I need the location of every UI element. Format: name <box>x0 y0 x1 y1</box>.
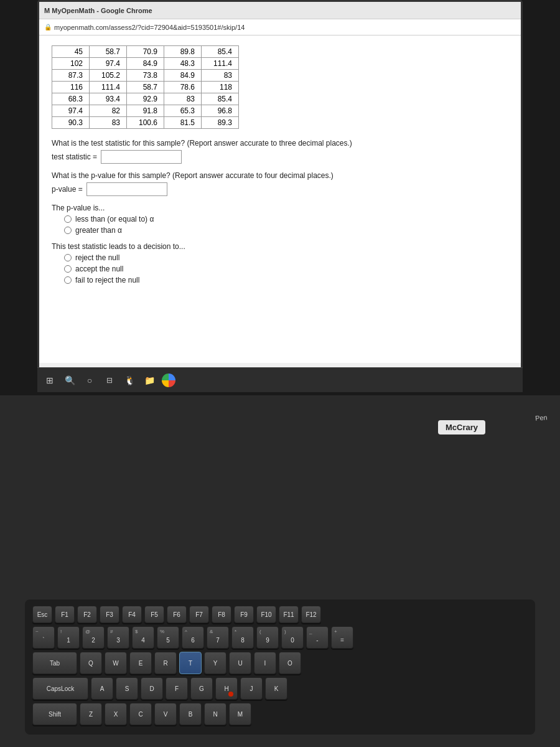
key-u[interactable]: U <box>229 652 251 674</box>
key-w[interactable]: W <box>105 652 127 674</box>
q4-option-3[interactable]: fail to reject the null <box>64 276 508 284</box>
key-4[interactable]: $4 <box>132 626 154 649</box>
key-z[interactable]: Z <box>80 703 102 725</box>
key-a[interactable]: A <box>91 677 113 700</box>
key-h[interactable]: H <box>215 677 238 700</box>
key-f1[interactable]: F1 <box>55 606 75 623</box>
key-n[interactable]: N <box>204 703 226 725</box>
task-view-icon[interactable]: ○ <box>82 373 97 388</box>
key-f7[interactable]: F7 <box>189 606 209 623</box>
key-2[interactable]: @2 <box>82 626 105 649</box>
key-g[interactable]: G <box>190 677 213 700</box>
key-0[interactable]: )0 <box>281 626 304 649</box>
q4-label: This test statistic leads to a decision … <box>52 242 508 251</box>
q3-option-2-label: greater than α <box>75 226 122 235</box>
key-v[interactable]: V <box>154 703 177 725</box>
key-capslock[interactable]: CapsLock <box>32 677 88 700</box>
qwerty-key-row: Tab Q W E R T Y U I O <box>32 652 528 674</box>
table-cell: 85.4 <box>202 93 239 105</box>
q4-radio-3[interactable] <box>64 276 72 284</box>
mccrary-badge: McCrary <box>438 420 485 435</box>
chrome-icon[interactable] <box>162 374 175 387</box>
key-equals[interactable]: += <box>331 626 353 649</box>
key-3[interactable]: #3 <box>107 626 129 649</box>
key-f12[interactable]: F12 <box>301 606 321 623</box>
table-cell: 84.9 <box>164 70 202 82</box>
key-i[interactable]: I <box>254 652 276 674</box>
key-5[interactable]: %5 <box>157 626 179 649</box>
folder-icon[interactable]: 📁 <box>142 373 157 388</box>
key-tab[interactable]: Tab <box>32 652 77 674</box>
key-f6[interactable]: F6 <box>167 606 187 623</box>
desktop-icon[interactable]: ⊟ <box>102 373 117 388</box>
key-f10[interactable]: F10 <box>256 606 276 623</box>
table-cell: 58.7 <box>90 46 127 58</box>
q3-option-2[interactable]: greater than α <box>64 226 508 235</box>
key-6[interactable]: ^6 <box>182 626 204 649</box>
q4-radio-1[interactable] <box>64 254 72 261</box>
key-f2[interactable]: F2 <box>77 606 97 623</box>
key-f3[interactable]: F3 <box>100 606 119 623</box>
key-tilde[interactable]: ~` <box>32 626 55 649</box>
table-cell: 83 <box>90 117 127 129</box>
q3-radio-2[interactable] <box>64 227 72 234</box>
key-f4[interactable]: F4 <box>122 606 142 623</box>
data-table: 4558.770.989.885.410297.484.948.3111.487… <box>52 45 239 129</box>
key-y[interactable]: Y <box>204 652 226 674</box>
key-esc[interactable]: Esc <box>32 606 52 623</box>
table-cell: 45 <box>52 46 90 58</box>
key-f8[interactable]: F8 <box>212 606 231 623</box>
q3-option-1[interactable]: less than (or equal to) α <box>64 215 508 223</box>
key-1[interactable]: !1 <box>57 626 80 649</box>
key-j[interactable]: J <box>240 677 263 700</box>
key-r[interactable]: R <box>154 652 177 674</box>
key-b[interactable]: B <box>179 703 202 725</box>
table-cell: 70.9 <box>127 46 164 58</box>
q4-radio-group: reject the null accept the null fail to … <box>64 253 508 284</box>
key-t[interactable]: T <box>179 652 202 674</box>
key-7[interactable]: &7 <box>207 626 229 649</box>
table-cell: 111.4 <box>90 82 127 93</box>
q4-option-1[interactable]: reject the null <box>64 253 508 262</box>
keyboard-area: McCrary Pen Esc F1 F2 F3 F4 F5 F6 F7 F8 … <box>0 395 560 747</box>
key-e[interactable]: E <box>129 652 152 674</box>
test-statistic-input[interactable] <box>101 150 182 164</box>
table-cell: 85.4 <box>202 46 239 58</box>
key-8[interactable]: *8 <box>231 626 254 649</box>
q1-section: What is the test statistic for this samp… <box>52 139 508 164</box>
key-o[interactable]: O <box>279 652 301 674</box>
table-cell: 82 <box>90 105 127 117</box>
q3-section: The p-value is... less than (or equal to… <box>52 204 508 235</box>
q3-label: The p-value is... <box>52 204 508 212</box>
q2-input-label: p-value = <box>52 185 83 194</box>
table-cell: 83 <box>164 93 202 105</box>
q4-option-2[interactable]: accept the null <box>64 265 508 273</box>
key-q[interactable]: Q <box>80 652 102 674</box>
key-f5[interactable]: F5 <box>144 606 164 623</box>
key-9[interactable]: (9 <box>256 626 279 649</box>
lock-icon: 🔒 <box>44 24 52 31</box>
key-minus[interactable]: _- <box>306 626 329 649</box>
key-k[interactable]: K <box>265 677 287 700</box>
p-value-input[interactable] <box>86 182 167 196</box>
key-shift[interactable]: Shift <box>32 703 77 725</box>
key-d[interactable]: D <box>141 677 163 700</box>
q3-radio-1[interactable] <box>64 215 72 223</box>
key-f11[interactable]: F11 <box>279 606 299 623</box>
key-x[interactable]: X <box>105 703 127 725</box>
key-s[interactable]: S <box>116 677 138 700</box>
windows-icon[interactable]: ⊞ <box>42 373 57 388</box>
browser-url: myopenmath.com/assess2/?cid=72904&aid=51… <box>54 24 245 31</box>
key-f[interactable]: F <box>166 677 188 700</box>
search-icon[interactable]: 🔍 <box>62 373 77 388</box>
key-f9[interactable]: F9 <box>234 606 254 623</box>
browser-titlebar: M MyOpenMath - Google Chrome <box>39 2 521 19</box>
penguin-icon[interactable]: 🐧 <box>122 373 137 388</box>
key-c[interactable]: C <box>129 703 152 725</box>
laptop-screen: M MyOpenMath - Google Chrome 🔒 myopenmat… <box>37 0 523 386</box>
key-m[interactable]: M <box>229 703 251 725</box>
browser-addressbar[interactable]: 🔒 myopenmath.com/assess2/?cid=72904&aid=… <box>39 19 521 35</box>
q4-option-1-label: reject the null <box>75 253 119 262</box>
q4-radio-2[interactable] <box>64 265 72 273</box>
zxcv-key-row: Shift Z X C V B N M <box>32 703 528 725</box>
